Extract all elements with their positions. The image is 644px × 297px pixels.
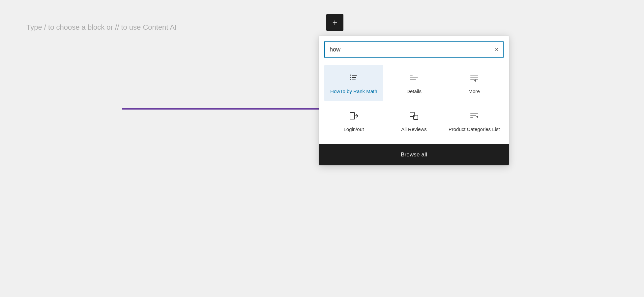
search-area: × [319, 36, 509, 61]
svg-rect-23 [470, 114, 478, 114]
search-clear-button[interactable]: × [495, 47, 498, 52]
loginout-label: Login/out [343, 126, 364, 133]
svg-rect-17 [476, 80, 478, 80]
search-box: × [324, 41, 504, 58]
svg-rect-25 [470, 117, 473, 118]
grid-item-productcategories[interactable]: Product Categories List [445, 103, 504, 139]
svg-text:3: 3 [350, 79, 351, 81]
svg-rect-7 [352, 80, 356, 80]
svg-rect-11 [410, 76, 413, 76]
search-input[interactable] [330, 46, 495, 53]
svg-rect-13 [410, 80, 416, 80]
plus-icon: + [332, 18, 337, 27]
svg-text:2: 2 [350, 77, 351, 78]
howto-label: HowTo by Rank Math [330, 88, 377, 95]
allreviews-icon [409, 111, 419, 123]
add-block-button[interactable]: + [326, 14, 343, 31]
more-icon [469, 73, 480, 85]
productcategories-icon [469, 111, 480, 123]
loginout-icon [348, 111, 359, 123]
grid-item-loginout[interactable]: Login/out [324, 103, 383, 139]
block-search-popup: × 1 2 3 [319, 36, 509, 165]
svg-rect-15 [470, 78, 478, 78]
details-icon [409, 73, 419, 85]
editor-placeholder: Type / to choose a block or // to use Co… [26, 23, 618, 32]
grid-item-howto[interactable]: 1 2 3 HowTo by Rank Math [324, 65, 383, 101]
productcategories-label: Product Categories List [449, 126, 500, 133]
svg-rect-12 [410, 78, 418, 78]
svg-text:1: 1 [350, 75, 351, 76]
grid-item-allreviews[interactable]: All Reviews [385, 103, 444, 139]
howto-icon: 1 2 3 [348, 73, 359, 85]
details-label: Details [406, 88, 422, 95]
grid-area: 1 2 3 HowTo by Rank Math Details [319, 61, 509, 144]
svg-rect-24 [470, 116, 476, 116]
grid-item-more[interactable]: More [445, 65, 504, 101]
svg-rect-3 [352, 75, 357, 76]
svg-rect-19 [350, 113, 355, 119]
block-grid: 1 2 3 HowTo by Rank Math Details [324, 65, 504, 139]
more-label: More [469, 88, 480, 95]
svg-rect-16 [470, 80, 475, 80]
svg-rect-14 [470, 76, 478, 76]
allreviews-label: All Reviews [401, 126, 427, 133]
browse-all-button[interactable]: Browse all [319, 144, 509, 165]
svg-rect-5 [352, 77, 356, 78]
grid-item-details[interactable]: Details [385, 65, 444, 101]
